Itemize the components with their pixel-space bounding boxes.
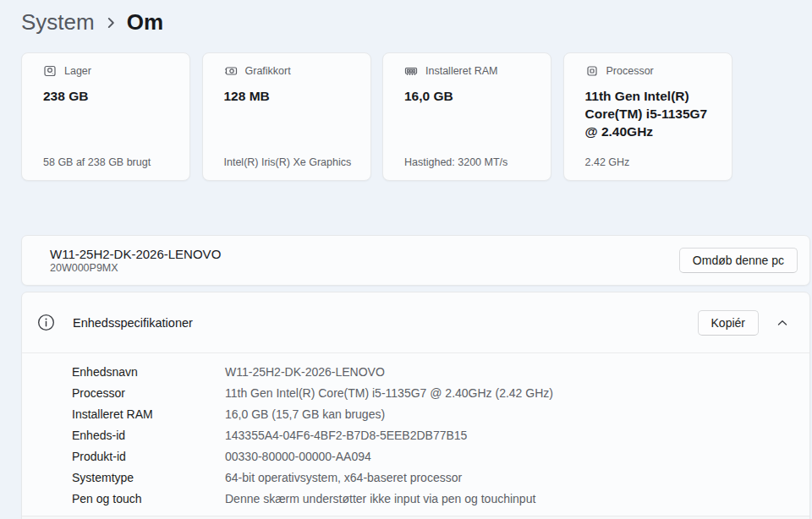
- specs-expander-header[interactable]: Enhedsspecifikationer Kopiér: [22, 292, 809, 352]
- spec-label: Installeret RAM: [72, 407, 225, 421]
- gpu-card[interactable]: Grafikkort 128 MB Intel(R) Iris(R) Xe Gr…: [202, 52, 371, 181]
- page-title: Om: [127, 7, 163, 37]
- spec-label: Enheds-id: [72, 429, 225, 442]
- specs-table: Enhedsnavn W11-25H2-DK-2026-LENOVO Proce…: [22, 353, 809, 516]
- spec-value: 64-bit operativsystem, x64-baseret proce…: [225, 471, 462, 484]
- spec-label: Enhedsnavn: [72, 365, 225, 379]
- chevron-up-icon[interactable]: [772, 313, 793, 333]
- storage-card[interactable]: Lager 238 GB 58 GB af 238 GB brugt: [21, 52, 190, 181]
- card-footer: Intel(R) Iris(R) Xe Graphics: [224, 156, 359, 169]
- gpu-icon: [224, 64, 238, 78]
- table-row: Processor 11th Gen Intel(R) Core(TM) i5-…: [72, 382, 809, 403]
- device-model: 20W000P9MX: [50, 262, 221, 274]
- card-value: 238 GB: [43, 87, 178, 105]
- storage-icon: [43, 64, 57, 78]
- card-label: Lager: [64, 65, 91, 77]
- spec-value: Denne skærm understøtter ikke input via …: [225, 492, 535, 505]
- table-row: Installeret RAM 16,0 GB (15,7 GB kan bru…: [72, 403, 809, 424]
- card-footer: 58 GB af 238 GB brugt: [43, 156, 178, 169]
- rename-pc-button[interactable]: Omdøb denne pc: [679, 248, 798, 273]
- card-footer: 2.42 GHz: [585, 156, 720, 169]
- spec-label: Processor: [72, 386, 225, 400]
- ram-card[interactable]: Installeret RAM 16,0 GB Hastighed: 3200 …: [382, 52, 551, 181]
- table-row: Enheds-id 143355A4-04F6-4BF2-B7D8-5EEB2D…: [72, 424, 809, 445]
- spec-value: 143355A4-04F6-4BF2-B7D8-5EEB2DB77B15: [225, 429, 467, 442]
- table-row: Produkt-id 00330-80000-00000-AA094: [72, 445, 809, 467]
- copy-button[interactable]: Kopiér: [698, 310, 759, 336]
- spec-value: 16,0 GB (15,7 GB kan bruges): [225, 407, 385, 421]
- spec-label: Systemtype: [72, 471, 225, 484]
- specs-title: Enhedsspecifikationer: [73, 316, 193, 330]
- summary-cards-row: Lager 238 GB 58 GB af 238 GB brugt Grafi…: [21, 52, 732, 181]
- breadcrumb-system[interactable]: System: [21, 7, 95, 37]
- spec-value: W11-25H2-DK-2026-LENOVO: [225, 365, 385, 379]
- processor-card[interactable]: Processor 11th Gen Intel(R) Core(TM) i5-…: [563, 52, 732, 181]
- table-row: Pen og touch Denne skærm understøtter ik…: [72, 488, 809, 509]
- spec-label: Produkt-id: [72, 450, 225, 463]
- table-row: Systemtype 64-bit operativsystem, x64-ba…: [72, 467, 809, 488]
- card-value: 11th Gen Intel(R) Core(TM) i5-1135G7 @ 2…: [585, 87, 720, 140]
- card-value: 128 MB: [224, 87, 359, 105]
- spec-value: 11th Gen Intel(R) Core(TM) i5-1135G7 @ 2…: [225, 386, 553, 400]
- spec-value: 00330-80000-00000-AA094: [225, 450, 371, 463]
- info-icon: [37, 314, 55, 331]
- chevron-right-icon: [103, 15, 118, 30]
- table-row: Enhedsnavn W11-25H2-DK-2026-LENOVO: [72, 361, 809, 382]
- spec-label: Pen og touch: [72, 492, 225, 505]
- card-footer: Hastighed: 3200 MT/s: [404, 156, 539, 169]
- ram-icon: [404, 64, 418, 78]
- card-label: Installeret RAM: [425, 65, 497, 77]
- device-specifications-panel: Enhedsspecifikationer Kopiér Enhedsnavn …: [21, 292, 810, 519]
- card-label: Grafikkort: [245, 65, 291, 77]
- card-label: Processor: [606, 65, 654, 77]
- device-name: W11-25H2-DK-2026-LENOVO: [50, 247, 221, 261]
- cpu-icon: [585, 64, 599, 78]
- card-value: 16,0 GB: [404, 87, 539, 105]
- device-name-panel: W11-25H2-DK-2026-LENOVO 20W000P9MX Omdøb…: [21, 235, 810, 286]
- breadcrumb: System Om: [21, 7, 163, 37]
